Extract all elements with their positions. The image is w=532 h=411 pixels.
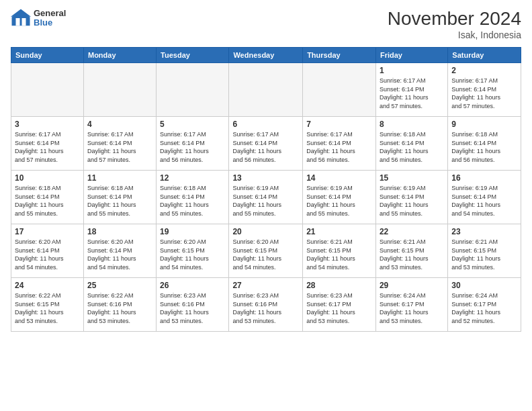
day-number: 6 [232, 120, 299, 129]
calendar-cell: 8Sunrise: 6:18 AM Sunset: 6:14 PM Daylig… [375, 117, 447, 171]
calendar-cell: 9Sunrise: 6:18 AM Sunset: 6:14 PM Daylig… [448, 117, 521, 171]
calendar-week-3: 10Sunrise: 6:18 AM Sunset: 6:14 PM Dayli… [11, 171, 521, 224]
calendar-week-5: 24Sunrise: 6:22 AM Sunset: 6:15 PM Dayli… [11, 278, 521, 332]
calendar-cell: 16Sunrise: 6:19 AM Sunset: 6:14 PM Dayli… [448, 171, 521, 224]
day-info: Sunrise: 6:17 AM Sunset: 6:14 PM Dayligh… [15, 130, 80, 164]
day-number: 30 [451, 281, 517, 290]
day-number: 19 [160, 227, 225, 236]
calendar-cell: 23Sunrise: 6:21 AM Sunset: 6:15 PM Dayli… [448, 224, 521, 278]
day-number: 29 [380, 281, 444, 290]
calendar-cell [83, 63, 156, 117]
calendar-cell: 1Sunrise: 6:17 AM Sunset: 6:14 PM Daylig… [375, 63, 447, 117]
calendar-cell [303, 63, 376, 117]
calendar-cell: 18Sunrise: 6:20 AM Sunset: 6:14 PM Dayli… [83, 224, 156, 278]
day-number: 20 [232, 227, 299, 236]
col-saturday: Saturday [448, 48, 521, 63]
calendar-cell: 11Sunrise: 6:18 AM Sunset: 6:14 PM Dayli… [83, 171, 156, 224]
calendar-cell: 7Sunrise: 6:17 AM Sunset: 6:14 PM Daylig… [303, 117, 376, 171]
day-number: 9 [451, 120, 517, 129]
day-number: 21 [306, 227, 372, 236]
calendar-cell: 12Sunrise: 6:18 AM Sunset: 6:14 PM Dayli… [157, 171, 229, 224]
day-number: 25 [87, 281, 152, 290]
calendar-cell: 21Sunrise: 6:21 AM Sunset: 6:15 PM Dayli… [303, 224, 376, 278]
day-number: 26 [160, 281, 225, 290]
calendar-cell: 22Sunrise: 6:21 AM Sunset: 6:15 PM Dayli… [375, 224, 447, 278]
calendar-cell: 25Sunrise: 6:22 AM Sunset: 6:16 PM Dayli… [83, 278, 156, 332]
day-info: Sunrise: 6:18 AM Sunset: 6:14 PM Dayligh… [160, 184, 225, 218]
calendar-cell: 17Sunrise: 6:20 AM Sunset: 6:14 PM Dayli… [11, 224, 84, 278]
day-info: Sunrise: 6:24 AM Sunset: 6:17 PM Dayligh… [451, 291, 517, 325]
page: General Blue November 2024 Isak, Indones… [0, 0, 532, 411]
day-number: 23 [451, 227, 517, 236]
col-friday: Friday [375, 48, 447, 63]
calendar-cell: 14Sunrise: 6:19 AM Sunset: 6:14 PM Dayli… [303, 171, 376, 224]
location: Isak, Indonesia [388, 30, 521, 40]
day-number: 24 [15, 281, 80, 290]
day-info: Sunrise: 6:21 AM Sunset: 6:15 PM Dayligh… [380, 238, 444, 271]
day-info: Sunrise: 6:17 AM Sunset: 6:14 PM Dayligh… [87, 130, 152, 164]
col-sunday: Sunday [11, 48, 84, 63]
day-number: 13 [232, 173, 299, 183]
calendar-cell: 15Sunrise: 6:19 AM Sunset: 6:14 PM Dayli… [375, 171, 447, 224]
day-number: 3 [15, 120, 80, 129]
calendar-cell: 5Sunrise: 6:17 AM Sunset: 6:14 PM Daylig… [157, 117, 229, 171]
calendar-cell: 10Sunrise: 6:18 AM Sunset: 6:14 PM Dayli… [11, 171, 84, 224]
month-title: November 2024 [388, 8, 521, 30]
day-info: Sunrise: 6:21 AM Sunset: 6:15 PM Dayligh… [306, 238, 372, 271]
calendar-cell: 4Sunrise: 6:17 AM Sunset: 6:14 PM Daylig… [83, 117, 156, 171]
day-info: Sunrise: 6:21 AM Sunset: 6:15 PM Dayligh… [451, 238, 517, 271]
calendar-cell: 3Sunrise: 6:17 AM Sunset: 6:14 PM Daylig… [11, 117, 84, 171]
day-number: 17 [15, 227, 80, 236]
logo-blue: Blue [34, 18, 66, 28]
day-info: Sunrise: 6:19 AM Sunset: 6:14 PM Dayligh… [232, 184, 299, 218]
calendar-cell: 24Sunrise: 6:22 AM Sunset: 6:15 PM Dayli… [11, 278, 84, 332]
day-number: 11 [87, 173, 152, 183]
day-info: Sunrise: 6:19 AM Sunset: 6:14 PM Dayligh… [451, 184, 517, 218]
day-number: 14 [306, 173, 372, 183]
day-number: 27 [232, 281, 299, 290]
calendar-cell: 19Sunrise: 6:20 AM Sunset: 6:15 PM Dayli… [157, 224, 229, 278]
day-info: Sunrise: 6:18 AM Sunset: 6:14 PM Dayligh… [380, 130, 444, 164]
calendar-header-row: Sunday Monday Tuesday Wednesday Thursday… [11, 48, 521, 63]
day-info: Sunrise: 6:20 AM Sunset: 6:15 PM Dayligh… [160, 238, 225, 271]
day-number: 12 [160, 173, 225, 183]
calendar-table: Sunday Monday Tuesday Wednesday Thursday… [11, 47, 521, 332]
calendar-cell: 20Sunrise: 6:20 AM Sunset: 6:15 PM Dayli… [229, 224, 303, 278]
day-info: Sunrise: 6:20 AM Sunset: 6:15 PM Dayligh… [232, 238, 299, 271]
day-info: Sunrise: 6:17 AM Sunset: 6:14 PM Dayligh… [306, 130, 372, 164]
calendar-cell: 30Sunrise: 6:24 AM Sunset: 6:17 PM Dayli… [448, 278, 521, 332]
day-number: 5 [160, 120, 225, 129]
col-monday: Monday [83, 48, 156, 63]
calendar-cell: 26Sunrise: 6:23 AM Sunset: 6:16 PM Dayli… [157, 278, 229, 332]
calendar-cell [229, 63, 303, 117]
header: General Blue November 2024 Isak, Indones… [11, 8, 521, 40]
day-number: 1 [380, 66, 444, 75]
calendar-week-2: 3Sunrise: 6:17 AM Sunset: 6:14 PM Daylig… [11, 117, 521, 171]
calendar-cell: 28Sunrise: 6:23 AM Sunset: 6:17 PM Dayli… [303, 278, 376, 332]
logo: General Blue [11, 8, 66, 28]
day-info: Sunrise: 6:17 AM Sunset: 6:14 PM Dayligh… [160, 130, 225, 164]
calendar-cell: 6Sunrise: 6:17 AM Sunset: 6:14 PM Daylig… [229, 117, 303, 171]
calendar-week-4: 17Sunrise: 6:20 AM Sunset: 6:14 PM Dayli… [11, 224, 521, 278]
day-number: 7 [306, 120, 372, 129]
day-info: Sunrise: 6:18 AM Sunset: 6:14 PM Dayligh… [15, 184, 80, 218]
day-info: Sunrise: 6:17 AM Sunset: 6:14 PM Dayligh… [380, 77, 444, 110]
day-info: Sunrise: 6:24 AM Sunset: 6:17 PM Dayligh… [380, 291, 444, 325]
svg-rect-2 [16, 18, 20, 26]
day-info: Sunrise: 6:17 AM Sunset: 6:14 PM Dayligh… [232, 130, 299, 164]
day-number: 15 [380, 173, 444, 183]
calendar-cell [157, 63, 229, 117]
day-info: Sunrise: 6:20 AM Sunset: 6:14 PM Dayligh… [87, 238, 152, 271]
col-wednesday: Wednesday [229, 48, 303, 63]
calendar-cell: 2Sunrise: 6:17 AM Sunset: 6:14 PM Daylig… [448, 63, 521, 117]
logo-text: General Blue [34, 9, 66, 28]
day-info: Sunrise: 6:22 AM Sunset: 6:15 PM Dayligh… [15, 291, 80, 325]
day-info: Sunrise: 6:19 AM Sunset: 6:14 PM Dayligh… [306, 184, 372, 218]
svg-rect-3 [22, 18, 26, 26]
calendar-week-1: 1Sunrise: 6:17 AM Sunset: 6:14 PM Daylig… [11, 63, 521, 117]
day-info: Sunrise: 6:17 AM Sunset: 6:14 PM Dayligh… [451, 77, 517, 110]
day-info: Sunrise: 6:19 AM Sunset: 6:14 PM Dayligh… [380, 184, 444, 218]
day-number: 16 [451, 173, 517, 183]
day-info: Sunrise: 6:22 AM Sunset: 6:16 PM Dayligh… [87, 291, 152, 325]
logo-general: General [34, 9, 66, 18]
